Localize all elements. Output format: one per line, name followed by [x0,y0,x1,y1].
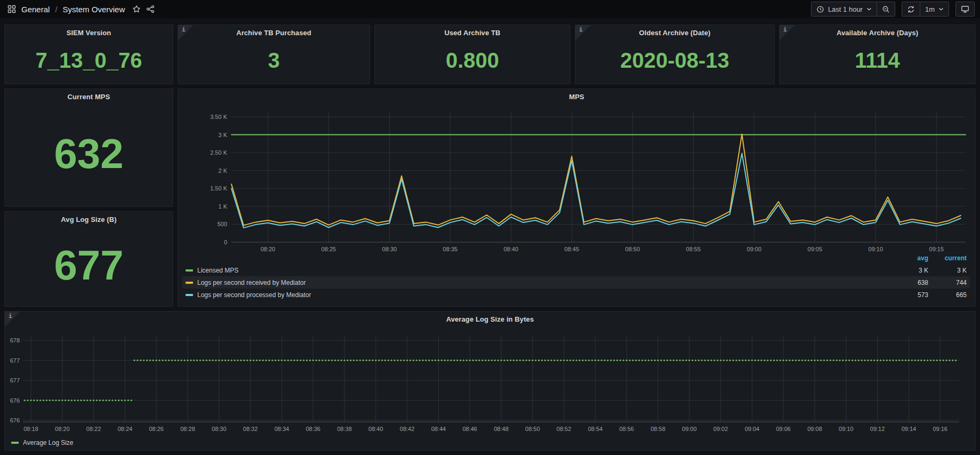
monitor-icon [961,5,969,13]
series-label: Average Log Size [23,439,74,446]
panel-title[interactable]: Available Archive (Days) [780,29,975,37]
svg-text:08:38: 08:38 [337,426,352,432]
panel-title[interactable]: Current MPS [5,93,173,101]
svg-text:3.50 K: 3.50 K [210,114,227,120]
grafana-dashboard: General / System Overview [0,0,980,455]
panel-siem-version: SIEM Version 7_13_0_76 [4,25,173,84]
panel-mps-chart: MPS 08:2008:2508:3008:3508:4008:4508:500… [178,89,976,307]
series-label: Logs per second processed by Mediator [197,291,311,299]
panel-title[interactable]: Used Archive TB [375,29,570,37]
stat-value: 7_13_0_76 [5,39,173,82]
svg-text:676: 676 [10,397,20,404]
series-label: Licensed MPS [197,267,238,274]
svg-text:09:08: 09:08 [807,426,822,432]
legend-row-received: Logs per second received by Mediator 638… [182,276,970,289]
panel-avg-log-size: Avg Log Size (B) 677 [4,211,173,307]
chevron-down-icon [938,7,944,11]
svg-text:08:52: 08:52 [557,426,572,432]
svg-text:08:42: 08:42 [400,426,415,432]
svg-text:08:26: 08:26 [149,426,164,432]
stat-value: 1114 [780,39,975,82]
panel-current-mps: Current MPS 632 [4,89,173,207]
svg-text:08:48: 08:48 [494,426,509,432]
svg-text:08:44: 08:44 [431,426,446,432]
svg-text:1.50 K: 1.50 K [210,185,227,191]
panel-archive-tb-purchased: i Archive TB Purchased 3 [178,25,370,84]
stat-value: 677 [5,226,173,304]
panel-title[interactable]: Oldest Archive (Date) [575,29,774,37]
mps-legend: avg current Licensed MPS 3 K 3 K Logs pe… [182,252,970,301]
svg-text:08:58: 08:58 [650,426,665,432]
series-avg-value: 573 [893,291,931,299]
series-current-value: 744 [931,279,970,286]
svg-text:08:46: 08:46 [462,426,477,432]
panel-used-archive-tb: Used Archive TB 0.800 [374,25,571,84]
svg-text:08:40: 08:40 [368,426,383,432]
time-range-picker[interactable]: Last 1 hour [811,2,877,17]
svg-text:08:56: 08:56 [619,426,634,432]
svg-text:677: 677 [10,357,20,364]
refresh-interval-picker[interactable]: 1m [920,2,949,17]
panel-title[interactable]: Avg Log Size (B) [5,215,173,223]
svg-text:500: 500 [218,221,227,227]
panel-available-archive-days: i Available Archive (Days) 1114 [779,25,976,84]
avg-log-size-plot[interactable]: 08:1808:2008:2208:2408:2608:2808:3008:32… [5,312,975,450]
time-range-label: Last 1 hour [828,5,863,13]
svg-text:2 K: 2 K [218,167,227,174]
navbar: General / System Overview [0,0,980,18]
legend-col-avg[interactable]: avg [893,254,931,262]
svg-text:0: 0 [224,239,227,245]
legend-header-row: avg current [182,252,970,264]
series-swatch-licensed [186,269,193,272]
svg-text:08:18: 08:18 [23,426,38,432]
stat-value: 2020-08-13 [575,39,774,82]
stat-value: 0.800 [375,39,570,82]
panel-title[interactable]: Archive TB Purchased [178,29,369,37]
svg-text:09:10: 09:10 [839,426,854,432]
svg-text:08:32: 08:32 [243,426,258,432]
series-avg-value: 638 [893,279,931,286]
svg-text:08:28: 08:28 [180,426,195,432]
panel-oldest-archive-date: i Oldest Archive (Date) 2020-08-13 [575,25,775,84]
svg-text:09:00: 09:00 [682,426,697,432]
svg-text:09:12: 09:12 [870,426,885,432]
breadcrumb-separator: / [55,5,57,14]
chevron-down-icon [866,7,872,11]
svg-text:676: 676 [10,417,20,424]
panel-average-log-size-chart: i Average Log Size in Bytes 08:1808:2008… [4,311,976,451]
svg-text:3 K: 3 K [218,132,227,138]
zoom-out-icon [882,5,890,13]
share-icon[interactable] [146,5,155,13]
refresh-interval-label: 1m [925,5,935,13]
stat-value: 3 [178,39,369,82]
svg-text:09:16: 09:16 [933,426,947,432]
svg-text:678: 678 [10,337,20,344]
legend-row-processed: Logs per second processed by Mediator 57… [182,289,970,301]
svg-text:08:54: 08:54 [588,426,603,432]
series-swatch-received [186,282,193,284]
svg-text:08:22: 08:22 [86,426,101,432]
avg-log-size-legend[interactable]: Average Log Size [11,439,74,446]
panel-title[interactable]: SIEM Version [5,29,173,37]
kiosk-mode-button[interactable] [955,2,975,17]
svg-text:08:36: 08:36 [306,426,320,432]
legend-col-current[interactable]: current [931,254,970,262]
breadcrumb-dashboard-title[interactable]: System Overview [63,5,125,14]
refresh-button[interactable] [902,2,920,17]
legend-row-licensed-mps: Licensed MPS 3 K 3 K [182,264,970,276]
stat-value: 632 [5,103,173,204]
star-icon[interactable] [132,5,141,13]
svg-text:1 K: 1 K [218,203,227,210]
svg-text:09:04: 09:04 [745,426,760,432]
zoom-out-button[interactable] [877,2,895,17]
svg-text:09:02: 09:02 [713,426,728,432]
series-current-value: 3 K [931,267,970,274]
svg-text:08:20: 08:20 [55,426,70,432]
clock-icon [816,5,824,13]
series-current-value: 665 [931,291,970,299]
breadcrumb-folder[interactable]: General [21,5,50,14]
series-swatch-avg-log-size [11,442,19,444]
svg-text:09:06: 09:06 [776,426,791,432]
svg-text:08:34: 08:34 [275,426,290,432]
apps-grid-icon[interactable] [7,5,16,13]
